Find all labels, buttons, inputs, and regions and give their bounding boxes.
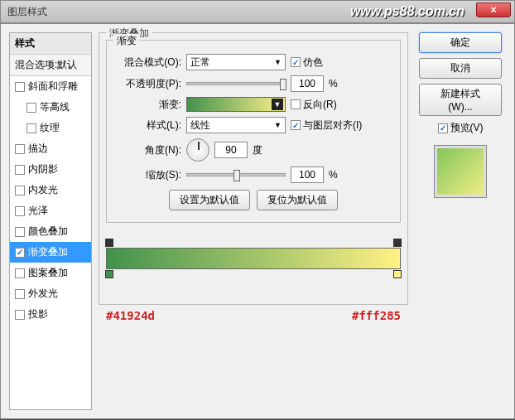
close-button[interactable]: × bbox=[476, 2, 511, 17]
checkbox-icon bbox=[291, 57, 301, 67]
styles-list: 样式 混合选项:默认 斜面和浮雕等高线纹理描边内阴影内发光光泽颜色叠加渐变叠加图… bbox=[9, 32, 92, 410]
center-panel: 渐变叠加 渐变 混合模式(O): 正常 ▼ 仿色 不透明度(P): bbox=[99, 32, 408, 410]
angle-dial[interactable] bbox=[186, 138, 209, 162]
checkbox-icon bbox=[15, 186, 25, 196]
style-item[interactable]: 渐变叠加 bbox=[10, 242, 91, 263]
checkbox-icon bbox=[15, 144, 25, 154]
inner-legend: 渐变 bbox=[113, 34, 140, 48]
checkbox-icon bbox=[291, 99, 301, 109]
right-panel: 确定 取消 新建样式(W)... 预览(V) bbox=[415, 32, 506, 410]
style-item[interactable]: 外发光 bbox=[10, 283, 91, 304]
checkbox-icon bbox=[15, 165, 25, 175]
pct-label: % bbox=[329, 169, 338, 181]
style-item[interactable]: 纹理 bbox=[10, 118, 91, 138]
angle-unit: 度 bbox=[253, 143, 262, 157]
checkbox-icon bbox=[15, 289, 25, 299]
align-label: 与图层对齐(I) bbox=[303, 118, 362, 133]
dither-checkbox[interactable]: 仿色 bbox=[291, 56, 323, 70]
checkbox-icon bbox=[15, 310, 25, 320]
style-item[interactable]: 投影 bbox=[10, 304, 91, 325]
checkbox-icon bbox=[438, 123, 448, 133]
style-item[interactable]: 斜面和浮雕 bbox=[10, 76, 91, 97]
style-item[interactable]: 内阴影 bbox=[10, 159, 91, 180]
style-item[interactable]: 光泽 bbox=[10, 200, 91, 221]
window-title: 图层样式 bbox=[7, 5, 47, 19]
checkbox-icon bbox=[26, 103, 36, 113]
angle-input[interactable]: 90 bbox=[214, 142, 248, 158]
new-style-button[interactable]: 新建样式(W)... bbox=[419, 84, 502, 116]
hex-left-label: #41924d bbox=[106, 309, 155, 322]
gradient-overlay-group: 渐变叠加 渐变 混合模式(O): 正常 ▼ 仿色 不透明度(P): bbox=[99, 32, 408, 305]
style-item[interactable]: 图案叠加 bbox=[10, 263, 91, 283]
reverse-label: 反向(R) bbox=[303, 98, 337, 112]
style-label: 样式(L): bbox=[115, 118, 181, 133]
titlebar: 图层样式 www.ps88.com.cn × bbox=[0, 0, 515, 23]
blend-mode-value: 正常 bbox=[190, 56, 210, 70]
align-checkbox[interactable]: 与图层对齐(I) bbox=[291, 118, 362, 133]
style-select[interactable]: 线性 ▼ bbox=[186, 117, 286, 133]
checkbox-icon bbox=[26, 123, 36, 133]
opacity-label: 不透明度(P): bbox=[115, 77, 181, 91]
style-item[interactable]: 等高线 bbox=[10, 97, 91, 118]
style-item-label: 投影 bbox=[28, 307, 48, 321]
opacity-stop-left[interactable] bbox=[105, 239, 113, 247]
ok-button[interactable]: 确定 bbox=[419, 32, 502, 53]
style-item[interactable]: 描边 bbox=[10, 138, 91, 159]
style-item-label: 光泽 bbox=[28, 204, 48, 218]
angle-label: 角度(N): bbox=[115, 143, 181, 157]
style-item-label: 纹理 bbox=[40, 121, 60, 135]
scale-slider[interactable] bbox=[186, 173, 286, 176]
checkbox-icon bbox=[15, 227, 25, 237]
gradient-group: 渐变 混合模式(O): 正常 ▼ 仿色 不透明度(P): 100 bbox=[106, 40, 401, 223]
chevron-down-icon: ▼ bbox=[274, 121, 282, 129]
checkbox-icon bbox=[15, 248, 25, 258]
style-item-label: 外发光 bbox=[28, 287, 58, 301]
opacity-slider[interactable] bbox=[186, 82, 286, 85]
gradient-bar[interactable] bbox=[106, 248, 401, 269]
opacity-stop-right[interactable] bbox=[393, 239, 402, 247]
style-item-label: 颜色叠加 bbox=[28, 224, 68, 239]
scale-label: 缩放(S): bbox=[115, 168, 181, 182]
color-stop-right[interactable] bbox=[393, 270, 402, 278]
close-icon: × bbox=[490, 4, 496, 16]
cancel-button[interactable]: 取消 bbox=[419, 58, 502, 79]
blend-options-default[interactable]: 混合选项:默认 bbox=[10, 55, 91, 76]
style-item-label: 图案叠加 bbox=[28, 266, 68, 280]
style-item-label: 等高线 bbox=[40, 100, 70, 114]
preview-swatch bbox=[434, 145, 487, 198]
reverse-checkbox[interactable]: 反向(R) bbox=[291, 98, 337, 112]
style-item-label: 描边 bbox=[28, 142, 48, 156]
opacity-input[interactable]: 100 bbox=[291, 75, 324, 92]
dither-label: 仿色 bbox=[303, 56, 323, 70]
checkbox-icon bbox=[291, 120, 301, 130]
blend-mode-select[interactable]: 正常 ▼ bbox=[186, 54, 286, 70]
watermark: www.ps88.com.cn bbox=[350, 4, 464, 19]
style-item[interactable]: 内发光 bbox=[10, 180, 91, 200]
chevron-down-icon: ▼ bbox=[272, 99, 283, 110]
blend-mode-label: 混合模式(O): bbox=[115, 56, 181, 70]
style-item-label: 渐变叠加 bbox=[28, 245, 68, 259]
preview-checkbox[interactable]: 预览(V) bbox=[438, 121, 484, 135]
style-item[interactable]: 颜色叠加 bbox=[10, 221, 91, 242]
style-item-label: 内发光 bbox=[28, 183, 58, 197]
dialog-body: 样式 混合选项:默认 斜面和浮雕等高线纹理描边内阴影内发光光泽颜色叠加渐变叠加图… bbox=[0, 23, 515, 419]
hex-right-label: #fff285 bbox=[352, 309, 401, 322]
reset-default-button[interactable]: 复位为默认值 bbox=[257, 190, 338, 210]
gradient-picker[interactable]: ▼ bbox=[186, 97, 286, 112]
preview-label: 预览(V) bbox=[450, 121, 484, 135]
gradient-editor: #41924d #fff285 bbox=[106, 248, 401, 297]
checkbox-icon bbox=[15, 268, 25, 278]
style-item-label: 斜面和浮雕 bbox=[28, 80, 78, 94]
color-stop-left[interactable] bbox=[105, 270, 113, 278]
scale-input[interactable]: 100 bbox=[291, 167, 324, 183]
style-value: 线性 bbox=[190, 118, 210, 133]
make-default-button[interactable]: 设置为默认值 bbox=[169, 190, 250, 210]
checkbox-icon bbox=[15, 206, 25, 216]
styles-header[interactable]: 样式 bbox=[10, 33, 91, 55]
pct-label: % bbox=[329, 78, 338, 89]
checkbox-icon bbox=[15, 82, 25, 92]
gradient-label: 渐变: bbox=[115, 98, 181, 112]
chevron-down-icon: ▼ bbox=[274, 58, 282, 66]
style-item-label: 内阴影 bbox=[28, 162, 58, 176]
